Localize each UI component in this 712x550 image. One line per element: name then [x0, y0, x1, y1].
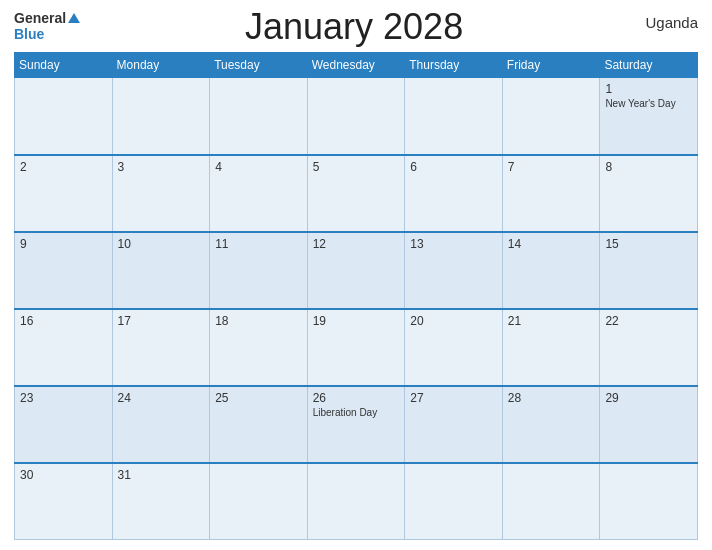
day-number: 5: [313, 160, 400, 174]
calendar-day-cell: [307, 463, 405, 540]
calendar-week-row: 9101112131415: [15, 232, 698, 309]
weekday-header: Sunday: [15, 53, 113, 78]
weekday-row: SundayMondayTuesdayWednesdayThursdayFrid…: [15, 53, 698, 78]
calendar-day-cell: 18: [210, 309, 308, 386]
day-number: 9: [20, 237, 107, 251]
calendar-week-row: 1New Year's Day: [15, 78, 698, 155]
holiday-name: New Year's Day: [605, 98, 692, 109]
country-name: Uganda: [628, 14, 698, 31]
calendar-day-cell: 1New Year's Day: [600, 78, 698, 155]
calendar-day-cell: [405, 78, 503, 155]
calendar-day-cell: [210, 78, 308, 155]
calendar-day-cell: 29: [600, 386, 698, 463]
day-number: 19: [313, 314, 400, 328]
holiday-name: Liberation Day: [313, 407, 400, 418]
calendar-day-cell: [112, 78, 210, 155]
day-number: 26: [313, 391, 400, 405]
calendar-day-cell: 13: [405, 232, 503, 309]
day-number: 30: [20, 468, 107, 482]
day-number: 20: [410, 314, 497, 328]
weekday-header: Wednesday: [307, 53, 405, 78]
calendar-day-cell: 28: [502, 386, 600, 463]
day-number: 29: [605, 391, 692, 405]
day-number: 15: [605, 237, 692, 251]
day-number: 22: [605, 314, 692, 328]
calendar-day-cell: 26Liberation Day: [307, 386, 405, 463]
calendar-day-cell: [502, 463, 600, 540]
day-number: 27: [410, 391, 497, 405]
weekday-header: Saturday: [600, 53, 698, 78]
day-number: 21: [508, 314, 595, 328]
calendar-day-cell: 27: [405, 386, 503, 463]
day-number: 3: [118, 160, 205, 174]
calendar-day-cell: 24: [112, 386, 210, 463]
calendar-day-cell: 14: [502, 232, 600, 309]
calendar-day-cell: 20: [405, 309, 503, 386]
calendar-day-cell: 19: [307, 309, 405, 386]
calendar-day-cell: 23: [15, 386, 113, 463]
logo-general-text: General: [14, 10, 66, 26]
day-number: 31: [118, 468, 205, 482]
calendar-day-cell: [502, 78, 600, 155]
calendar-day-cell: 10: [112, 232, 210, 309]
calendar-week-row: 16171819202122: [15, 309, 698, 386]
logo-triangle-icon: [68, 13, 80, 23]
day-number: 25: [215, 391, 302, 405]
calendar-day-cell: 6: [405, 155, 503, 232]
calendar-day-cell: 11: [210, 232, 308, 309]
day-number: 17: [118, 314, 205, 328]
calendar-day-cell: 22: [600, 309, 698, 386]
calendar-day-cell: 25: [210, 386, 308, 463]
day-number: 16: [20, 314, 107, 328]
calendar-day-cell: 4: [210, 155, 308, 232]
weekday-header: Monday: [112, 53, 210, 78]
calendar-day-cell: 31: [112, 463, 210, 540]
day-number: 11: [215, 237, 302, 251]
calendar-day-cell: 12: [307, 232, 405, 309]
day-number: 18: [215, 314, 302, 328]
day-number: 7: [508, 160, 595, 174]
calendar-day-cell: [600, 463, 698, 540]
logo: General Blue: [14, 10, 80, 42]
calendar-day-cell: 8: [600, 155, 698, 232]
day-number: 1: [605, 82, 692, 96]
weekday-header: Friday: [502, 53, 600, 78]
day-number: 28: [508, 391, 595, 405]
calendar-header-row: SundayMondayTuesdayWednesdayThursdayFrid…: [15, 53, 698, 78]
calendar-title: January 2028: [80, 6, 628, 48]
calendar-wrapper: General Blue January 2028 Uganda SundayM…: [0, 0, 712, 550]
calendar-week-row: 2345678: [15, 155, 698, 232]
calendar-week-row: 3031: [15, 463, 698, 540]
calendar-table: SundayMondayTuesdayWednesdayThursdayFrid…: [14, 52, 698, 540]
calendar-day-cell: 15: [600, 232, 698, 309]
day-number: 2: [20, 160, 107, 174]
calendar-day-cell: 3: [112, 155, 210, 232]
calendar-day-cell: 30: [15, 463, 113, 540]
calendar-day-cell: [307, 78, 405, 155]
day-number: 12: [313, 237, 400, 251]
day-number: 14: [508, 237, 595, 251]
day-number: 24: [118, 391, 205, 405]
day-number: 23: [20, 391, 107, 405]
calendar-day-cell: 17: [112, 309, 210, 386]
calendar-day-cell: 9: [15, 232, 113, 309]
calendar-day-cell: 21: [502, 309, 600, 386]
calendar-day-cell: [15, 78, 113, 155]
day-number: 4: [215, 160, 302, 174]
weekday-header: Thursday: [405, 53, 503, 78]
logo-blue-text: Blue: [14, 26, 80, 42]
day-number: 6: [410, 160, 497, 174]
calendar-day-cell: 7: [502, 155, 600, 232]
calendar-day-cell: [210, 463, 308, 540]
calendar-week-row: 23242526Liberation Day272829: [15, 386, 698, 463]
calendar-day-cell: 2: [15, 155, 113, 232]
calendar-day-cell: 16: [15, 309, 113, 386]
day-number: 13: [410, 237, 497, 251]
calendar-day-cell: [405, 463, 503, 540]
weekday-header: Tuesday: [210, 53, 308, 78]
calendar-day-cell: 5: [307, 155, 405, 232]
calendar-header: General Blue January 2028 Uganda: [14, 10, 698, 48]
calendar-body: 1New Year's Day2345678910111213141516171…: [15, 78, 698, 540]
day-number: 10: [118, 237, 205, 251]
day-number: 8: [605, 160, 692, 174]
